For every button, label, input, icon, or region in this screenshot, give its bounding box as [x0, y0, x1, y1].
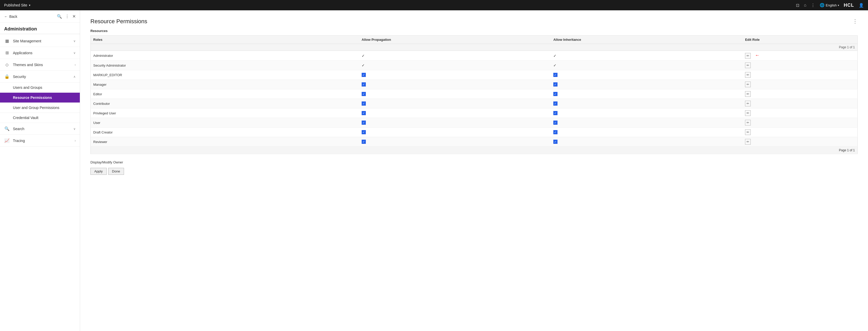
cell-inheritance: ✓ — [551, 118, 742, 128]
security-icon: 🔒 — [4, 74, 10, 79]
table-row: Privileged User✓✓✏ — [91, 108, 858, 118]
back-button[interactable]: ← Back — [4, 14, 17, 19]
more-options-icon[interactable]: ⋮ — [811, 3, 815, 8]
checkbox-checked-blue[interactable]: ✓ — [553, 121, 557, 125]
sidebar-item-security[interactable]: 🔒 Security ∧ — [0, 71, 80, 82]
header-propagation: Allow Propagation — [359, 36, 551, 44]
applications-icon: ⊞ — [4, 51, 10, 55]
tracing-label: Tracing — [13, 139, 71, 143]
owner-label: Display/Modify Owner — [90, 160, 123, 164]
done-button[interactable]: Done — [108, 168, 124, 175]
checkbox-checked-blue[interactable]: ✓ — [553, 130, 557, 134]
sidebar-item-users-groups[interactable]: Users and Groups — [0, 82, 80, 93]
checkbox-checked-blue[interactable]: ✓ — [362, 82, 366, 87]
edit-role-button[interactable]: ✏ — [745, 120, 751, 126]
cell-propagation: ✓ — [359, 128, 551, 137]
header-roles: Roles — [91, 36, 359, 44]
edit-role-button[interactable]: ✏ — [745, 72, 751, 78]
edit-role-button[interactable]: ✏ — [745, 63, 751, 68]
checkbox-checked-blue[interactable]: ✓ — [553, 73, 557, 77]
language-label[interactable]: English — [826, 3, 837, 7]
page-info-bottom-row: Page 1 of 1 — [91, 147, 858, 154]
sidebar-close-icon[interactable]: ✕ — [72, 14, 76, 19]
cell-edit: ✏ — [742, 108, 858, 118]
sidebar-item-themes[interactable]: ◇ Themes and Skins › — [0, 59, 80, 71]
home-icon[interactable]: ⌂ — [804, 3, 807, 7]
checkbox-checked-blue[interactable]: ✓ — [362, 140, 366, 144]
topbar: Published Site ▾ ⊡ ⌂ ⋮ 🌐 English ▾ HCL 👤 — [0, 0, 868, 10]
sidebar-item-resource-permissions[interactable]: Resource Permissions — [0, 93, 80, 103]
edit-role-button[interactable]: ✏ — [745, 53, 751, 59]
sidebar-item-user-group-permissions[interactable]: User and Group Permissions — [0, 103, 80, 113]
save-icon[interactable]: ⊡ — [796, 3, 799, 8]
back-label[interactable]: Back — [9, 14, 17, 19]
cell-propagation: ✓ — [359, 51, 551, 61]
security-label: Security — [13, 75, 70, 79]
cell-role: Manager — [91, 80, 359, 89]
cell-propagation: ✓ — [359, 137, 551, 147]
topbar-right: ⊡ ⌂ ⋮ 🌐 English ▾ HCL 👤 — [796, 3, 864, 8]
sidebar-header: ← Back 🔍 ⋮ ✕ — [0, 10, 80, 23]
checkbox-checked-blue[interactable]: ✓ — [362, 130, 366, 134]
sidebar-search-icon[interactable]: 🔍 — [57, 14, 62, 19]
checkbox-checked-plain: ✓ — [362, 63, 365, 67]
published-site-label[interactable]: Published Site — [4, 3, 27, 7]
table-row: Reviewer✓✓✏ — [91, 137, 858, 147]
checkbox-checked-plain: ✓ — [362, 54, 365, 58]
cell-edit: ✏ — [742, 70, 858, 80]
sidebar-item-credential-vault[interactable]: Credential Vault — [0, 113, 80, 123]
tracing-icon: 📈 — [4, 138, 10, 143]
sidebar-item-applications[interactable]: ⊞ Applications ∨ — [0, 47, 80, 59]
cell-role: Reviewer — [91, 137, 359, 147]
sidebar-item-site-management[interactable]: ▦ Site Management ∨ — [0, 35, 80, 47]
header-inheritance: Allow Inheritance — [551, 36, 742, 44]
checkbox-checked-blue[interactable]: ✓ — [362, 121, 366, 125]
apply-button[interactable]: Apply — [90, 168, 107, 175]
checkbox-checked-blue[interactable]: ✓ — [362, 111, 366, 115]
security-arrow: ∧ — [73, 75, 76, 78]
page-title: Resource Permissions — [90, 18, 147, 25]
sidebar-more-icon[interactable]: ⋮ — [65, 14, 69, 19]
cell-propagation: ✓ — [359, 89, 551, 99]
cell-propagation: ✓ — [359, 70, 551, 80]
page-info-top-row: Page 1 of 1 — [91, 44, 858, 51]
checkbox-checked-blue[interactable]: ✓ — [553, 140, 557, 144]
edit-role-button[interactable]: ✏ — [745, 91, 751, 97]
site-chevron-icon[interactable]: ▾ — [29, 4, 30, 7]
sidebar-header-icons: 🔍 ⋮ ✕ — [57, 14, 76, 19]
checkbox-checked-blue[interactable]: ✓ — [362, 101, 366, 106]
user-icon[interactable]: 👤 — [859, 3, 864, 8]
cell-edit: ✏← — [742, 51, 858, 61]
edit-role-button[interactable]: ✏ — [745, 110, 751, 116]
checkbox-checked-blue[interactable]: ✓ — [553, 101, 557, 106]
credential-vault-label: Credential Vault — [13, 116, 38, 120]
checkbox-checked-plain: ✓ — [553, 54, 556, 58]
sidebar-item-search[interactable]: 🔍 Search ∨ — [0, 123, 80, 135]
cell-role: Administrator — [91, 51, 359, 61]
edit-role-button[interactable]: ✏ — [745, 101, 751, 106]
cell-inheritance: ✓ — [551, 70, 742, 80]
users-groups-label: Users and Groups — [13, 86, 42, 90]
site-management-label: Site Management — [13, 39, 70, 43]
checkbox-checked-blue[interactable]: ✓ — [553, 111, 557, 115]
table-row: Security Administrator✓✓✏ — [91, 61, 858, 70]
sidebar-item-tracing[interactable]: 📈 Tracing › — [0, 135, 80, 147]
table-row: MARKUP_EDITOR✓✓✏ — [91, 70, 858, 80]
checkbox-checked-blue[interactable]: ✓ — [553, 92, 557, 96]
checkbox-checked-blue[interactable]: ✓ — [553, 82, 557, 87]
main-layout: ← Back 🔍 ⋮ ✕ Administration ▦ Site Manag… — [0, 10, 868, 331]
checkbox-checked-blue[interactable]: ✓ — [362, 92, 366, 96]
back-arrow-icon: ← — [4, 14, 8, 19]
language-selector[interactable]: 🌐 English ▾ — [820, 3, 839, 7]
cell-role: Privileged User — [91, 108, 359, 118]
edit-role-button[interactable]: ✏ — [745, 81, 751, 87]
cell-edit: ✏ — [742, 80, 858, 89]
content-more-icon[interactable]: ⋮ — [852, 18, 858, 24]
edit-role-button[interactable]: ✏ — [745, 139, 751, 144]
checkbox-checked-blue[interactable]: ✓ — [362, 73, 366, 77]
edit-role-button[interactable]: ✏ — [745, 129, 751, 135]
topbar-left: Published Site ▾ — [4, 3, 30, 7]
search-arrow: ∨ — [73, 127, 76, 131]
annotation-arrow: ← — [755, 53, 760, 58]
cell-role: MARKUP_EDITOR — [91, 70, 359, 80]
